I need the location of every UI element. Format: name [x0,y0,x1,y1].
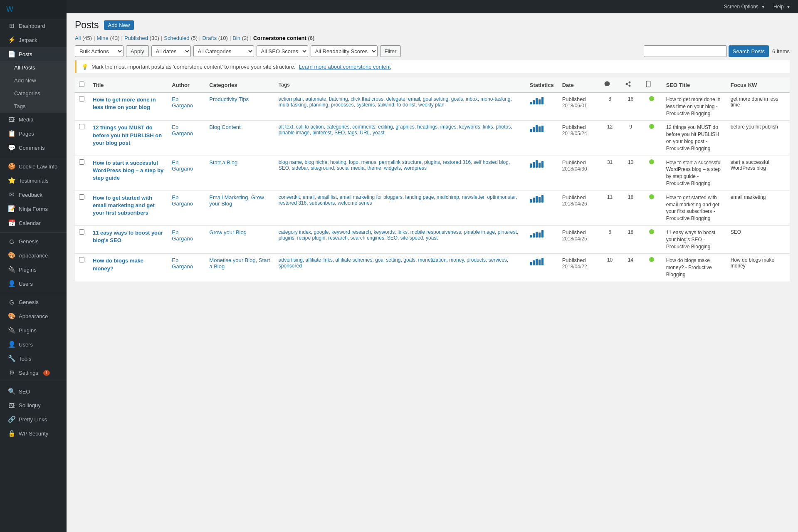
tag-link[interactable]: email [408,96,420,102]
search-posts-input[interactable] [644,45,727,57]
post-author-link[interactable]: Eb Gargano [172,96,193,109]
tag-link[interactable]: goal setting [423,96,448,102]
tag-link[interactable]: convertkit [279,194,300,200]
tag-link[interactable]: pinterest [498,229,517,235]
search-posts-button[interactable]: Search Posts [729,45,769,57]
sidebar-item-plugins2[interactable]: 🔌 Plugins [0,323,67,337]
tag-link[interactable]: photos [496,124,511,130]
tag-link[interactable]: headings [417,124,437,130]
tag-link[interactable]: SEO [387,235,398,241]
sidebar-item-settings[interactable]: ⚙ Settings 1 [0,366,67,380]
tag-link[interactable]: yoast [426,235,438,241]
tag-link[interactable]: inbox [466,96,478,102]
tag-link[interactable]: weekly plan [418,102,445,108]
sidebar-item-categories[interactable]: Categories [0,87,67,100]
tag-link[interactable]: newsletter [462,194,484,200]
tag-link[interactable]: email marketing for bloggers [340,194,403,200]
tag-link[interactable]: affiliate links [305,257,332,263]
sidebar-item-all-posts[interactable]: All Posts [0,61,67,74]
add-new-button[interactable]: Add New [104,20,134,30]
tag-link[interactable]: optinmonster [487,194,516,200]
tag-link[interactable]: email list [317,194,337,200]
category-link[interactable]: Start a Blog [209,159,237,166]
tag-link[interactable]: google [314,229,329,235]
tag-link[interactable]: action plan [279,96,303,102]
tag-link[interactable]: hosting [330,159,346,165]
filter-button[interactable]: Filter [380,45,401,57]
status-cornerstone-link[interactable]: Cornerstone content (6) [253,35,314,41]
status-bin-link[interactable]: Bin (2) [232,35,248,41]
sidebar-item-users2[interactable]: 👤 Users [0,337,67,351]
tag-link[interactable]: systems [356,102,375,108]
tag-link[interactable]: click that cross [351,96,383,102]
status-published-link[interactable]: Published (30) [124,35,159,41]
tag-link[interactable]: menus [361,159,376,165]
tag-link[interactable]: call to action [296,124,324,130]
tag-link[interactable]: comments [352,124,375,130]
tag-link[interactable]: keywords [459,124,480,130]
tag-link[interactable]: mobile responsiveness [410,229,461,235]
sidebar-item-dashboard[interactable]: ⊞ Dashboard [0,19,67,33]
category-link[interactable]: Email Marketing [209,194,248,200]
tag-link[interactable]: services [489,257,507,263]
post-title-link[interactable]: How to get more done in less time on you… [93,97,156,110]
row-select-checkbox[interactable] [79,124,84,129]
sidebar-item-jetpack[interactable]: ⚡ Jetpack [0,33,67,47]
category-filter-select[interactable]: All Categories Blog Content Email Market… [193,45,254,57]
date-filter-select[interactable]: All dates April 2018 May 2018 June 2018 [151,45,191,57]
post-title-link[interactable]: How to start a successful WordPress blog… [93,160,163,181]
tag-link[interactable]: blog niche [305,159,328,165]
screen-options-button[interactable]: Screen Options ▼ [721,3,768,10]
post-author-link[interactable]: Eb Gargano [172,194,193,207]
tag-link[interactable]: graphics [395,124,414,130]
tag-link[interactable]: money [449,257,464,263]
sidebar-item-genesis1[interactable]: G Genesis [0,235,67,248]
post-author-link[interactable]: Eb Gargano [172,159,193,172]
tag-link[interactable]: categories [326,124,349,130]
tag-link[interactable]: logo [349,159,358,165]
tag-link[interactable]: landing page [405,194,434,200]
category-link[interactable]: Monetise your Blog [209,257,255,263]
bulk-actions-select[interactable]: Bulk Actions Edit Move to Trash [75,45,124,57]
row-select-checkbox[interactable] [79,96,84,101]
tag-link[interactable]: theme [367,165,381,171]
tag-link[interactable]: search engines [351,235,384,241]
help-button[interactable]: Help ▼ [771,3,793,10]
header-title[interactable]: Title [89,77,168,93]
sidebar-item-soliloquy[interactable]: 🖼 Soliloquy [0,398,67,412]
tag-link[interactable]: delegate [386,96,405,102]
tag-link[interactable]: blog name [279,159,302,165]
sidebar-item-wp-security[interactable]: 🔒 WP Security [0,426,67,440]
tag-link[interactable]: welcome series [338,200,372,206]
tag-link[interactable]: email [303,194,315,200]
tag-link[interactable]: pinable image [279,130,310,136]
tag-link[interactable]: automate [306,96,326,102]
tag-link[interactable]: mono-tasking [480,96,510,102]
notice-link[interactable]: Learn more about cornerstone content [299,64,391,70]
row-select-checkbox[interactable] [79,194,84,200]
sidebar-item-seo[interactable]: 🔍 SEO [0,384,67,398]
post-author-link[interactable]: Eb Gargano [172,257,193,270]
tag-link[interactable]: mailchimp [437,194,459,200]
header-seo-title[interactable]: SEO Title [662,77,726,93]
tag-link[interactable]: goal setting [375,257,400,263]
tag-link[interactable]: tailwind [378,102,394,108]
tag-link[interactable]: multi-tasking [279,102,306,108]
sidebar-item-tools[interactable]: 🔧 Tools [0,351,67,366]
category-link[interactable]: Productivity Tips [209,96,249,102]
tag-link[interactable]: plugins [424,159,440,165]
sidebar-item-testimonials[interactable]: ⭐ Testimonials [0,173,67,188]
sidebar-item-tags[interactable]: Tags [0,100,67,113]
tag-link[interactable]: goals [451,96,463,102]
tag-link[interactable]: sidebar [292,165,308,171]
sidebar-item-cookie-law-info[interactable]: 🍪 Cookie Law Info [0,159,67,173]
tag-link[interactable]: subscribers [309,200,335,206]
select-all-checkbox[interactable] [79,82,84,87]
post-author-link[interactable]: Eb Gargano [172,229,193,242]
tag-link[interactable]: permalink structure [379,159,421,165]
sidebar-item-add-new[interactable]: Add New [0,74,67,87]
tag-link[interactable]: processes [331,102,354,108]
status-all-link[interactable]: All (45) [75,35,92,41]
tag-link[interactable]: plugins [279,235,294,241]
tag-link[interactable]: keywords [374,229,395,235]
